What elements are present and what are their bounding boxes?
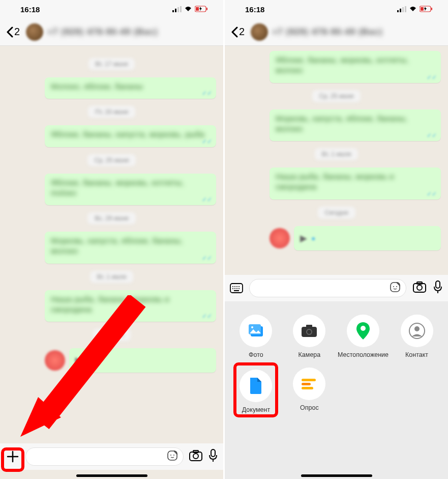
play-icon[interactable]: ▶ — [300, 233, 307, 244]
status-icons — [172, 5, 208, 14]
sticker-icon[interactable] — [390, 281, 401, 295]
svg-rect-50 — [302, 379, 316, 381]
unread-count: 2 — [14, 26, 20, 38]
date-separator: Сегодня — [318, 207, 355, 219]
annotation-highlight-plus — [1, 447, 24, 472]
message-bubble[interactable]: Морковь, капуста, яблоки, бананы, молоко… — [45, 232, 216, 264]
date-separator: Вс, 29 июня — [87, 212, 135, 224]
attach-document[interactable]: Документ — [231, 368, 281, 415]
read-ticks-icon: ✓✓ — [427, 190, 437, 198]
battery-charging-icon — [420, 5, 433, 14]
chat-header: 2 +7 (929) 478-90-49 (Вас) — [0, 18, 223, 46]
contact-name[interactable]: +7 (929) 478-90-49 (Вас) — [272, 27, 382, 37]
contact-avatar[interactable] — [251, 23, 268, 41]
attach-label: Фото — [249, 351, 263, 358]
svg-point-37 — [417, 285, 422, 290]
wifi-icon — [184, 5, 192, 14]
message-input[interactable] — [25, 447, 184, 466]
attach-contact[interactable]: Контакт — [392, 315, 442, 358]
attach-label: Документ — [240, 406, 272, 413]
status-bar: 16:18 — [225, 0, 448, 18]
svg-rect-0 — [172, 10, 174, 12]
waveform-icon: ● — [311, 234, 315, 242]
read-ticks-icon: ✓✓ — [427, 74, 437, 81]
svg-point-49 — [414, 326, 420, 331]
message-bubble[interactable]: Яблоки, бананы, морковь, котлеты, molоко… — [45, 174, 216, 206]
annotation-highlight-document: Документ — [233, 362, 278, 417]
attach-location[interactable]: Местоположение — [338, 315, 389, 358]
read-ticks-icon: ✓✓ — [202, 196, 212, 203]
message-bubble[interactable]: Молоко, яблоки, бананы ✓✓ — [45, 77, 216, 99]
camera-icon — [189, 449, 203, 462]
back-button[interactable]: 2 — [231, 26, 245, 38]
attach-photo[interactable]: Фото — [231, 315, 281, 358]
mic-icon — [433, 280, 443, 294]
svg-rect-21 — [421, 7, 424, 11]
svg-point-34 — [393, 286, 394, 287]
attach-poll[interactable]: Опрос — [284, 368, 335, 415]
svg-rect-39 — [436, 281, 440, 288]
read-ticks-icon: ✓✓ — [202, 313, 212, 320]
svg-rect-3 — [180, 6, 182, 12]
read-ticks-icon: ✓✓ — [202, 138, 212, 145]
location-icon — [356, 322, 370, 340]
attach-label: Местоположение — [338, 351, 389, 358]
date-separator: Вт, 1 июля — [90, 271, 133, 283]
play-icon[interactable]: ▶ — [75, 355, 82, 366]
svg-point-26 — [236, 286, 237, 287]
message-input-bar — [0, 443, 223, 470]
chat-messages[interactable]: Яблоки, бананы, морковь, котлеты, молоко… — [225, 46, 448, 274]
chat-header: 2 +7 (929) 478-90-49 (Вас) — [225, 18, 448, 46]
camera-button[interactable] — [412, 281, 427, 295]
voice-message[interactable]: ▶ ● — [270, 226, 441, 250]
date-separator: Сегодня — [93, 329, 131, 341]
svg-point-27 — [238, 286, 240, 287]
date-separator: Пт, 20 июня — [88, 106, 135, 118]
chat-messages[interactable]: Вт, 17 июня Молоко, яблоки, бананы ✓✓ Пт… — [0, 46, 223, 438]
message-bubble[interactable]: Морковь, капуста, яблоки, бананы, молоко… — [270, 109, 441, 142]
cellular-icon — [397, 5, 406, 14]
status-time: 16:18 — [245, 5, 264, 14]
contact-avatar[interactable] — [26, 23, 43, 41]
mic-button[interactable] — [433, 280, 443, 296]
message-input[interactable] — [249, 279, 406, 297]
mic-button[interactable] — [208, 449, 218, 464]
message-bubble[interactable]: Яблоки, бананы, морковь, котлеты, молоко… — [270, 51, 441, 83]
voice-avatar — [45, 350, 65, 371]
attachment-sheet: Фото Камера Местоположение Контакт — [225, 301, 448, 479]
voice-message[interactable]: ▶ ● — [45, 348, 216, 373]
phone-screenshot-right: 16:18 2 +7 (929) 478-90-49 (Вас) Яблоки,… — [225, 0, 448, 479]
status-bar: 16:18 — [0, 0, 223, 18]
home-indicator[interactable] — [301, 474, 372, 477]
svg-rect-46 — [306, 325, 312, 327]
keyboard-button[interactable] — [230, 283, 243, 293]
contact-icon — [409, 323, 425, 339]
svg-point-42 — [251, 326, 253, 328]
camera-button[interactable] — [189, 449, 203, 464]
svg-rect-51 — [302, 383, 311, 385]
chevron-left-icon — [6, 26, 13, 38]
phone-screenshot-left: 16:18 2 +7 (929) 478-90-49 (Вас) Вт, 17 … — [0, 0, 223, 479]
message-bubble[interactable]: Наша рыба, бананы, морковь и смородина ✓… — [270, 167, 441, 200]
cellular-icon — [172, 5, 182, 14]
attach-camera[interactable]: Камера — [284, 315, 335, 358]
message-bubble[interactable]: Яблоки, бананы, капуста, морковь, рыба ✓… — [45, 125, 216, 147]
svg-rect-16 — [397, 10, 399, 12]
message-bubble[interactable]: Наша рыба, бананы, морковь и смородина ✓… — [45, 290, 216, 322]
svg-rect-32 — [234, 290, 239, 291]
message-input-bar — [225, 275, 448, 301]
mic-icon — [208, 449, 218, 462]
svg-rect-1 — [175, 9, 176, 12]
attach-label: Контакт — [405, 351, 428, 358]
home-indicator[interactable] — [76, 474, 147, 477]
svg-point-29 — [234, 288, 235, 289]
wifi-icon — [409, 5, 417, 14]
svg-rect-19 — [405, 6, 406, 12]
back-button[interactable]: 2 — [6, 26, 20, 38]
contact-name[interactable]: +7 (929) 478-90-49 (Вас) — [47, 27, 158, 37]
read-ticks-icon: ✓✓ — [202, 255, 212, 262]
svg-point-25 — [234, 286, 235, 287]
unread-count: 2 — [239, 26, 245, 38]
sticker-icon[interactable] — [167, 450, 178, 463]
voice-avatar — [270, 228, 290, 248]
